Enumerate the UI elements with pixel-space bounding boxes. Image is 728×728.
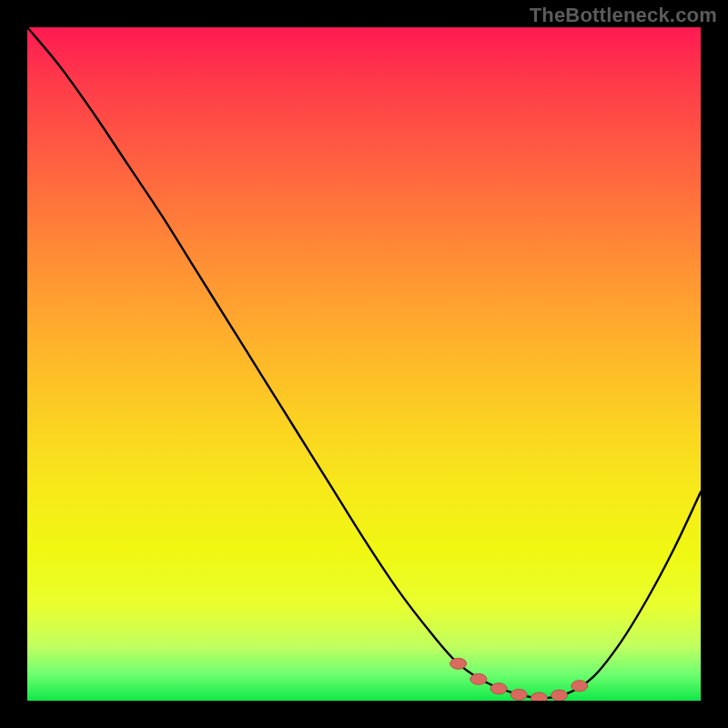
marker-dot	[511, 689, 527, 700]
bottleneck-curve	[27, 27, 701, 698]
marker-dot	[490, 683, 507, 694]
marker-dot	[571, 681, 588, 692]
chart-container: TheBottleneck.com	[0, 0, 728, 728]
watermark: TheBottleneck.com	[530, 4, 717, 27]
marker-dot	[470, 673, 487, 684]
plot-area	[27, 27, 701, 701]
marker-dot	[551, 690, 568, 701]
marker-dot	[450, 658, 467, 669]
marker-dot	[531, 693, 547, 701]
curve-svg	[27, 27, 701, 701]
curve-markers	[450, 658, 588, 701]
